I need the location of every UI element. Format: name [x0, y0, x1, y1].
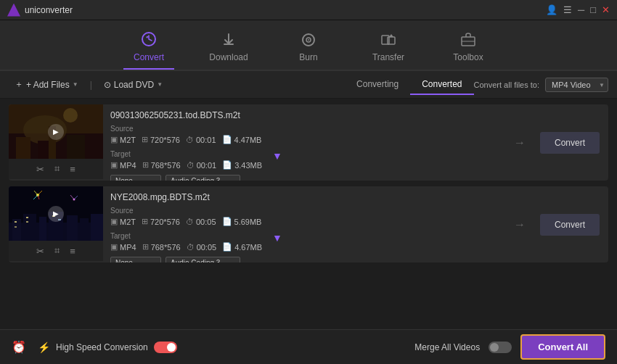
- thumb-play-2[interactable]: ▶: [9, 186, 103, 241]
- subtitle-select-1[interactable]: None: [110, 175, 161, 181]
- target-extra-2: None Audio Coding 3...: [110, 257, 262, 262]
- plus-icon: ＋: [15, 78, 23, 91]
- target-format-2: ▣ MP4: [110, 242, 136, 252]
- file-icon-t1: 📄: [222, 160, 232, 170]
- play-icon-2: ▶: [48, 206, 64, 222]
- file-card-1: ▶ ✂ ⌗ ≡ 090313062505231.tod.BDTS.m2t Sou…: [9, 104, 608, 181]
- target-group-2: Target ▣ MP4 ⊞ 768*576 ⏱ 00:05: [110, 232, 262, 262]
- target-label-1: Target: [110, 150, 262, 158]
- title-bar: uniconverter 👤 ☰ ─ □ ✕: [0, 0, 617, 20]
- app-logo: [7, 4, 20, 17]
- convert-btn-col-1: Convert: [531, 104, 608, 181]
- source-items-2: ▣ M2T ⊞ 720*576 ⏱ 00:05 📄: [110, 217, 261, 226]
- convert-button-2[interactable]: Convert: [540, 214, 600, 236]
- target-format-expand-2[interactable]: ▼: [272, 232, 282, 244]
- bottom-left: ⏰ ⚡ High Speed Conversion: [12, 340, 177, 354]
- app-name: uniconverter: [25, 5, 73, 15]
- nav-item-toolbox[interactable]: Toolbox: [443, 31, 494, 70]
- film-icon-t2: ▣: [110, 242, 118, 252]
- source-resolution-2: ⊞ 720*576: [142, 217, 180, 226]
- file-details-row-2: Source ▣ M2T ⊞ 720*576 ⏱ 00:05: [110, 207, 501, 226]
- toolbar-right: Convert all files to: MP4 Video MOV Vide…: [474, 78, 608, 92]
- convert-all-files-label: Convert all files to:: [474, 80, 539, 89]
- target-format-expand-1[interactable]: ▼: [272, 150, 282, 162]
- audio-select-1[interactable]: Audio Coding 3...: [166, 175, 240, 181]
- load-dvd-button[interactable]: ⊙ Load DVD ▼: [98, 77, 168, 93]
- source-duration-2: ⏱ 00:05: [186, 218, 216, 226]
- schedule-icon[interactable]: ⏰: [12, 340, 26, 354]
- title-bar-controls: 👤 ☰ ─ □ ✕: [546, 4, 610, 15]
- arrow-col-1: →: [508, 104, 531, 181]
- tab-converted[interactable]: Converted: [410, 75, 473, 95]
- thumb-play-1[interactable]: ▶: [9, 104, 103, 159]
- format-select[interactable]: MP4 Video MOV Video AVI Video MKV Video: [545, 78, 608, 92]
- settings-icon-1[interactable]: ≡: [70, 164, 75, 175]
- nav-label-toolbox: Toolbox: [453, 52, 483, 62]
- target-duration-1: ⏱ 00:01: [187, 161, 217, 170]
- toolbar-tabs: Converting Converted: [345, 75, 473, 95]
- audio-select-2[interactable]: Audio Coding 3...: [166, 257, 240, 262]
- cut-icon-1[interactable]: ✂: [36, 164, 44, 175]
- format-select-wrapper: MP4 Video MOV Video AVI Video MKV Video: [545, 78, 608, 92]
- convert-button-1[interactable]: Convert: [540, 132, 600, 154]
- target-resolution-2: ⊞ 768*576: [142, 242, 181, 252]
- merge-videos-toggle[interactable]: [489, 342, 512, 353]
- close-button[interactable]: ✕: [602, 4, 610, 15]
- speed-conversion-toggle[interactable]: [154, 342, 177, 353]
- minimize-button[interactable]: ─: [578, 4, 584, 15]
- res-icon-1: ⊞: [142, 135, 148, 144]
- nav-item-burn[interactable]: Burn: [283, 31, 334, 70]
- clock-icon-s1: ⏱: [186, 136, 194, 144]
- source-group-2: Source ▣ M2T ⊞ 720*576 ⏱ 00:05: [110, 207, 261, 226]
- toolbar-separator: |: [90, 80, 92, 90]
- target-group-1: Target ▣ MP4 ⊞ 768*576 ⏱ 00:01: [110, 150, 262, 181]
- bottom-bar: ⏰ ⚡ High Speed Conversion Merge All Vide…: [0, 329, 617, 364]
- convert-all-button[interactable]: Convert All: [520, 334, 605, 360]
- source-label-2: Source: [110, 207, 261, 215]
- target-items-2: ▣ MP4 ⊞ 768*576 ⏱ 00:05 📄: [110, 242, 262, 252]
- toolbox-nav-icon: [460, 31, 476, 49]
- title-bar-left: uniconverter: [7, 4, 73, 17]
- svg-point-3: [308, 39, 309, 41]
- cut-icon-2[interactable]: ✂: [36, 246, 44, 257]
- res-icon-2: ⊞: [142, 217, 148, 226]
- user-icon[interactable]: 👤: [546, 4, 557, 15]
- target-dropdown-col-1: ▼: [268, 150, 287, 162]
- target-dropdown-col-2: ▼: [268, 232, 287, 244]
- film-icon-1: ▣: [110, 135, 118, 144]
- nav-item-transfer[interactable]: Transfer: [363, 31, 414, 70]
- subtitle-select-wrapper-2: None: [110, 257, 161, 262]
- target-size-2: 📄 4.67MB: [222, 242, 262, 252]
- crop-icon-1[interactable]: ⌗: [54, 163, 60, 175]
- thumb-tools-2: ✂ ⌗ ≡: [9, 241, 103, 261]
- load-dvd-label: Load DVD: [114, 80, 154, 90]
- menu-icon[interactable]: ☰: [563, 4, 572, 15]
- file-card-2: ▶ ✂ ⌗ ≡ NYE2008.mpg.BDTS.m2t Source ▣ M2…: [9, 186, 608, 262]
- target-items-1: ▣ MP4 ⊞ 768*576 ⏱ 00:01 📄: [110, 160, 262, 170]
- add-files-button[interactable]: ＋ + Add Files ▼: [9, 75, 84, 94]
- file-info-2: NYE2008.mpg.BDTS.m2t Source ▣ M2T ⊞ 720*…: [103, 186, 508, 262]
- toolbar-left: ＋ + Add Files ▼ | ⊙ Load DVD ▼: [9, 75, 345, 94]
- maximize-button[interactable]: □: [590, 4, 596, 15]
- subtitle-select-2[interactable]: None: [110, 257, 161, 262]
- file-icon-s2: 📄: [222, 217, 232, 226]
- film-icon-2: ▣: [110, 217, 118, 226]
- settings-icon-2[interactable]: ≡: [70, 246, 75, 257]
- target-extra-1: None Audio Coding 3...: [110, 175, 262, 181]
- nav-item-convert[interactable]: Convert: [123, 31, 174, 70]
- source-label-1: Source: [110, 125, 261, 133]
- file-icon-s1: 📄: [222, 135, 232, 144]
- source-size-2: 📄 5.69MB: [222, 217, 262, 226]
- play-icon-1: ▶: [48, 124, 64, 140]
- crop-icon-2[interactable]: ⌗: [54, 245, 60, 257]
- thumb-tools-1: ✂ ⌗ ≡: [9, 159, 103, 179]
- thumbnail-1: ▶ ✂ ⌗ ≡: [9, 104, 103, 181]
- clock-icon-t2: ⏱: [187, 243, 195, 252]
- tab-converting[interactable]: Converting: [345, 75, 410, 95]
- bottom-right: Merge All Videos Convert All: [414, 334, 605, 360]
- speed-label: High Speed Conversion: [56, 342, 148, 352]
- lightning-icon: ⚡: [38, 342, 50, 353]
- nav-item-download[interactable]: Download: [203, 31, 254, 70]
- subtitle-select-wrapper-1: None: [110, 175, 161, 181]
- target-duration-2: ⏱ 00:05: [187, 243, 217, 252]
